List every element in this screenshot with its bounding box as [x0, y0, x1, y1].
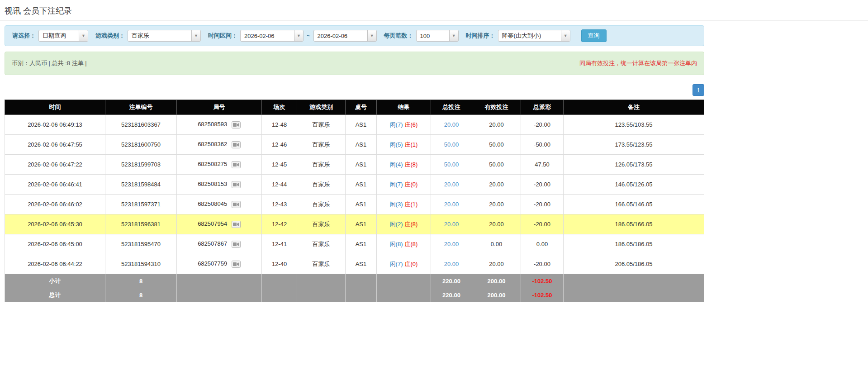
column-header: 场次: [262, 100, 297, 115]
cell-payout: 47.50: [521, 155, 564, 175]
filter-time-range: 时间区间： 2026-02-06 ▼ ~ 2026-02-06 ▼: [208, 30, 377, 42]
total-bet-link[interactable]: 50.00: [444, 141, 459, 148]
cell-time: 2026-02-06 06:44:22: [5, 254, 105, 274]
cell-game-type: 百家乐: [297, 115, 346, 135]
column-header: 总投注: [431, 100, 472, 115]
cell-result: 闲(7)庄(0): [377, 254, 431, 274]
query-type-select[interactable]: 日期查询 ▼: [38, 30, 88, 42]
video-replay-icon[interactable]: [232, 221, 241, 228]
cell-session: 12-40: [262, 254, 297, 274]
filter-sort-order: 时间排序： 降幂(由大到小) ▼: [466, 30, 570, 42]
cell-round-id: 682507954: [177, 214, 262, 234]
cell-payout: -20.00: [521, 214, 564, 234]
cell-round-id: 682508045: [177, 195, 262, 214]
table-row[interactable]: 2026-02-06 06:47:22 523181599703 6825082…: [5, 155, 704, 175]
column-header: 有效投注: [472, 100, 521, 115]
column-header: 总派彩: [521, 100, 564, 115]
cell-round-id: 682508153: [177, 175, 262, 195]
chevron-down-icon[interactable]: ▼: [294, 30, 303, 41]
round-id-value: 682508362: [198, 141, 227, 147]
result-player: 闲(3): [390, 201, 403, 208]
cell-result: 闲(3)庄(1): [377, 195, 431, 214]
chevron-down-icon[interactable]: ▼: [191, 30, 200, 41]
chevron-down-icon[interactable]: ▼: [561, 30, 570, 41]
video-replay-icon[interactable]: [232, 141, 241, 148]
game-type-select[interactable]: 百家乐 ▼: [128, 30, 201, 42]
cell-time: 2026-02-06 06:46:41: [5, 175, 105, 195]
cell-remark: 166.05/146.05: [564, 195, 704, 214]
video-replay-icon[interactable]: [232, 121, 241, 128]
round-id-value: 682507759: [198, 260, 227, 267]
total-bet-link[interactable]: 20.00: [444, 241, 459, 247]
page-size-select[interactable]: 100 ▼: [416, 30, 459, 42]
summary-count: 8: [105, 288, 177, 302]
chevron-down-icon[interactable]: ▼: [449, 30, 458, 41]
cell-total-bet: 50.00: [431, 135, 472, 155]
cell-round-id: 682507867: [177, 234, 262, 254]
table-row[interactable]: 2026-02-06 06:45:30 523181596381 6825079…: [5, 214, 704, 234]
table-row[interactable]: 2026-02-06 06:46:41 523181598484 6825081…: [5, 175, 704, 195]
cell-time: 2026-02-06 06:45:00: [5, 234, 105, 254]
cell-time: 2026-02-06 06:45:30: [5, 214, 105, 234]
cell-payout: -20.00: [521, 254, 564, 274]
round-id-value: 682507867: [198, 240, 227, 247]
table-row[interactable]: 2026-02-06 06:44:22 523181594310 6825077…: [5, 254, 704, 274]
video-replay-icon[interactable]: [232, 201, 241, 208]
table-row[interactable]: 2026-02-06 06:46:02 523181597371 6825080…: [5, 195, 704, 214]
total-bet-link[interactable]: 50.00: [444, 161, 459, 168]
cell-time: 2026-02-06 06:46:02: [5, 195, 105, 214]
cell-total-bet: 20.00: [431, 214, 472, 234]
summary-total-bet: 220.00: [431, 288, 472, 302]
total-bet-link[interactable]: 20.00: [444, 201, 459, 208]
chevron-down-icon[interactable]: ▼: [79, 30, 88, 41]
total-bet-link[interactable]: 20.00: [444, 121, 459, 128]
round-id-value: 682508593: [198, 121, 227, 128]
sort-order-value: 降幂(由大到小): [498, 30, 561, 41]
game-type-label: 游戏类别：: [95, 32, 125, 40]
cell-valid-bet: 50.00: [472, 155, 521, 175]
cell-bet-id: 523181599703: [105, 155, 177, 175]
table-row[interactable]: 2026-02-06 06:45:00 523181595470 6825078…: [5, 234, 704, 254]
cell-bet-id: 523181603367: [105, 115, 177, 135]
cell-total-bet: 20.00: [431, 195, 472, 214]
cell-session: 12-48: [262, 115, 297, 135]
cell-payout: -20.00: [521, 115, 564, 135]
sort-order-select[interactable]: 降幂(由大到小) ▼: [498, 30, 570, 42]
table-row[interactable]: 2026-02-06 06:47:55 523181600750 6825083…: [5, 135, 704, 155]
summary-payout: -102.50: [521, 288, 564, 302]
total-bet-link[interactable]: 20.00: [444, 261, 459, 267]
cell-remark: 186.05/166.05: [564, 214, 704, 234]
total-bet-link[interactable]: 20.00: [444, 181, 459, 188]
result-player: 闲(8): [390, 241, 403, 247]
cell-table-no: AS1: [346, 214, 377, 234]
total-bet-link[interactable]: 20.00: [444, 221, 459, 228]
cell-session: 12-44: [262, 175, 297, 195]
search-button[interactable]: 查询: [581, 29, 607, 42]
video-replay-icon[interactable]: [232, 181, 241, 188]
page-button-1[interactable]: 1: [693, 84, 704, 96]
cell-game-type: 百家乐: [297, 155, 346, 175]
cell-valid-bet: 20.00: [472, 115, 521, 135]
bet-records-table: 时间注单编号局号场次游戏类别桌号结果总投注有效投注总派彩备注 2026-02-0…: [5, 100, 704, 302]
cell-table-no: AS1: [346, 115, 377, 135]
cell-valid-bet: 50.00: [472, 135, 521, 155]
cell-result: 闲(7)庄(6): [377, 115, 431, 135]
summary-valid-bet: 200.00: [472, 288, 521, 302]
summary-empty-cell: [177, 288, 262, 302]
table-row[interactable]: 2026-02-06 06:49:13 523181603367 6825085…: [5, 115, 704, 135]
summary-empty-cell: [377, 288, 431, 302]
cell-time: 2026-02-06 06:47:55: [5, 135, 105, 155]
date-to-select[interactable]: 2026-02-06 ▼: [313, 30, 377, 42]
page-size-value: 100: [417, 30, 449, 41]
cell-result: 闲(4)庄(8): [377, 155, 431, 175]
video-replay-icon[interactable]: [232, 161, 241, 168]
cell-valid-bet: 20.00: [472, 214, 521, 234]
page-size-label: 每页笔数：: [384, 32, 413, 40]
cell-valid-bet: 20.00: [472, 175, 521, 195]
date-from-select[interactable]: 2026-02-06 ▼: [240, 30, 304, 42]
chevron-down-icon[interactable]: ▼: [367, 30, 376, 41]
video-replay-icon[interactable]: [232, 261, 241, 268]
cell-time: 2026-02-06 06:49:13: [5, 115, 105, 135]
cell-valid-bet: 20.00: [472, 254, 521, 274]
video-replay-icon[interactable]: [232, 241, 241, 248]
